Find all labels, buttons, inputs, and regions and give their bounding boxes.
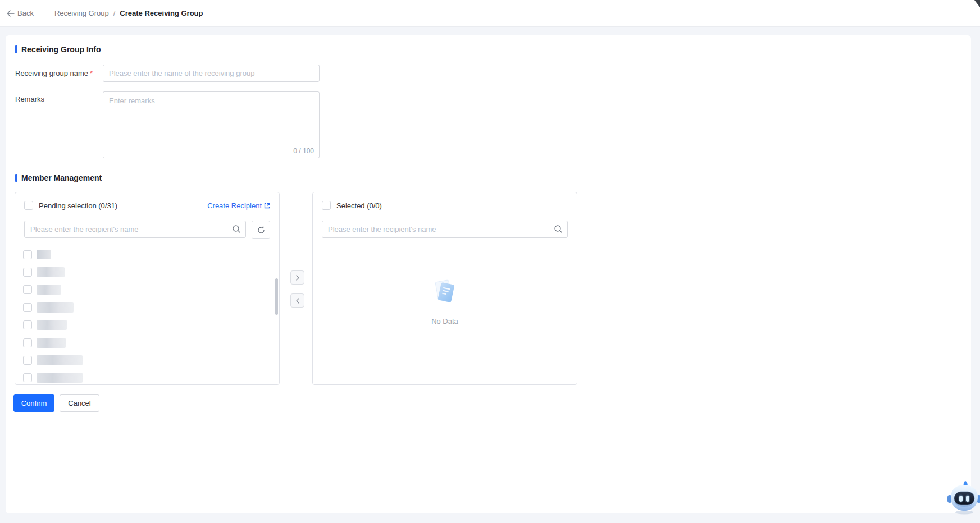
section-accent-bar [15, 45, 17, 53]
back-label: Back [17, 9, 34, 17]
recipient-row [15, 316, 279, 334]
recipient-checkbox[interactable] [23, 320, 32, 329]
create-recipient-link[interactable]: Create Recipient [207, 201, 270, 210]
recipient-row [15, 246, 279, 263]
page-title: Create Receiving Group [120, 9, 203, 17]
selected-select-all-checkbox[interactable] [322, 201, 331, 210]
recipient-checkbox[interactable] [23, 250, 32, 259]
selected-search-row [322, 221, 568, 238]
move-to-selected-button[interactable] [290, 270, 304, 285]
pending-selection-panel: Pending selection (0/31) Create Recipien… [15, 192, 280, 385]
recipient-row [15, 351, 279, 369]
selected-search-box [322, 221, 568, 238]
recipient-checkbox[interactable] [23, 338, 32, 347]
pending-recipient-list [15, 246, 279, 384]
redacted-recipient-name [37, 373, 83, 383]
remarks-textarea[interactable] [103, 92, 319, 144]
arrow-left-icon [7, 10, 15, 17]
breadcrumb-divider [44, 10, 44, 17]
remarks-char-counter: 0 / 100 [293, 147, 314, 155]
label-text: Receiving group name [15, 69, 88, 77]
redacted-recipient-name [37, 355, 83, 365]
recipient-checkbox[interactable] [23, 285, 32, 294]
redacted-recipient-name [37, 302, 74, 313]
search-icon[interactable] [232, 224, 241, 233]
recipient-row [15, 334, 279, 351]
selected-panel-header: Selected (0/0) [313, 192, 577, 218]
back-button[interactable]: Back [7, 9, 34, 17]
breadcrumb-separator: / [113, 9, 116, 17]
pending-search-box [24, 221, 246, 239]
chevron-right-icon [295, 275, 300, 281]
section-member-management: Member Management [15, 173, 102, 182]
required-asterisk: * [90, 69, 93, 77]
confirm-button[interactable]: Confirm [13, 394, 54, 412]
breadcrumb-parent[interactable]: Receiving Group [54, 9, 109, 17]
pending-panel-header: Pending selection (0/31) Create Recipien… [15, 192, 279, 218]
scrollbar-thumb[interactable] [275, 278, 278, 315]
create-receiving-group-card: Receiving Group Info Receiving group nam… [6, 35, 971, 513]
empty-state: No Data [313, 277, 577, 325]
chevron-left-icon [295, 298, 300, 304]
section-accent-bar [15, 174, 17, 182]
remarks-field-wrap: 0 / 100 [103, 91, 320, 158]
recipient-row [15, 369, 279, 384]
receiving-group-name-input[interactable] [103, 65, 320, 82]
pending-search-input[interactable] [24, 221, 246, 238]
redacted-recipient-name [37, 320, 67, 330]
section-title-text: Receiving Group Info [21, 45, 101, 54]
cancel-button[interactable]: Cancel [60, 394, 99, 412]
pending-select-all-checkbox[interactable] [24, 201, 33, 210]
recipient-checkbox[interactable] [23, 303, 32, 312]
no-data-document-icon [429, 277, 461, 308]
search-icon[interactable] [554, 224, 563, 233]
breadcrumb-bar: Back Receiving Group / Create Receiving … [0, 0, 980, 27]
selected-panel-title: Selected (0/0) [336, 201, 382, 210]
redacted-recipient-name [37, 285, 61, 295]
recipient-row [15, 281, 279, 299]
redacted-recipient-name [37, 267, 65, 277]
selected-panel: Selected (0/0) [312, 192, 577, 385]
section-receiving-group-info: Receiving Group Info [15, 45, 101, 54]
create-recipient-label: Create Recipient [207, 201, 262, 210]
refresh-icon [257, 226, 266, 235]
pending-panel-title: Pending selection (0/31) [39, 201, 117, 210]
recipient-row [15, 299, 279, 316]
recipient-checkbox[interactable] [23, 268, 32, 277]
robot-icon [947, 479, 980, 515]
section-title-text: Member Management [21, 173, 102, 182]
assistant-robot-button[interactable] [947, 479, 980, 515]
recipient-checkbox[interactable] [23, 356, 32, 365]
refresh-button[interactable] [252, 221, 270, 239]
receiving-group-name-label: Receiving group name* [15, 65, 93, 82]
redacted-recipient-name [37, 250, 51, 259]
recipient-row [15, 263, 279, 281]
recipient-checkbox[interactable] [23, 373, 32, 382]
remarks-label: Remarks [15, 95, 44, 103]
move-to-pending-button[interactable] [290, 293, 304, 308]
external-link-icon [264, 203, 270, 209]
selected-search-input[interactable] [322, 221, 568, 238]
pending-search-row [24, 221, 270, 239]
redacted-recipient-name [37, 338, 66, 348]
no-data-text: No Data [313, 317, 577, 325]
